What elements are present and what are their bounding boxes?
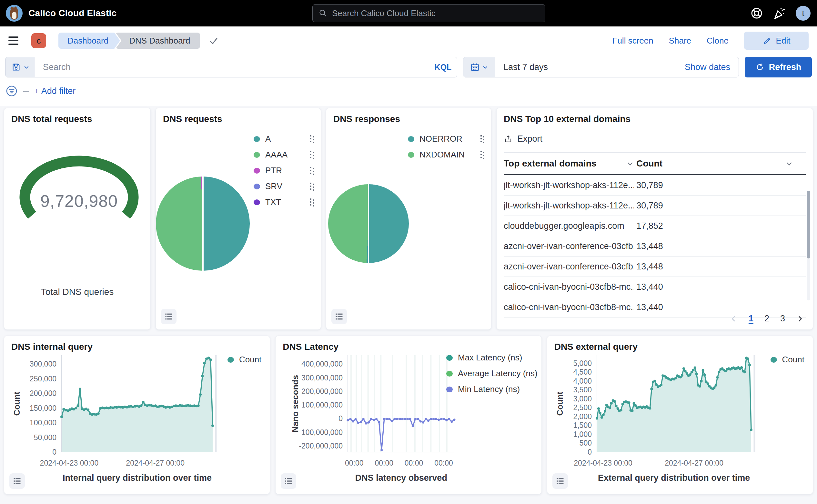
legend-item[interactable]: A (254, 134, 315, 144)
panel-title: DNS total requests (11, 114, 143, 124)
chevron-down-icon[interactable] (786, 160, 793, 167)
share-link[interactable]: Share (669, 36, 691, 46)
list-icon (284, 477, 293, 486)
svg-text:Count: Count (12, 391, 22, 416)
external-query-chart[interactable]: 5,0004,5004,0003,5003,0002,5002,0001,500… (549, 351, 811, 473)
table-row[interactable]: azcni-over-ivan-conference-03cfb...13,44… (504, 236, 806, 257)
internal-query-chart[interactable]: 300,000250,000200,000150,000100,00050,00… (6, 351, 267, 473)
full-screen-link[interactable]: Full screen (612, 36, 653, 46)
filter-icon[interactable] (5, 85, 18, 97)
dns-responses-pie-chart[interactable] (328, 184, 409, 263)
dns-requests-pie-chart[interactable] (156, 176, 250, 271)
svg-text:00:00: 00:00 (435, 459, 453, 467)
legend-actions-icon[interactable] (480, 151, 485, 159)
menu-hamburger-icon[interactable] (8, 36, 18, 45)
pencil-icon (762, 36, 772, 45)
table-row[interactable]: calico-cni-ivan-byocni-03cfb8-mc...13,44… (504, 277, 806, 297)
page-2[interactable]: 2 (764, 314, 769, 324)
legend-item[interactable]: SRV (254, 181, 315, 191)
whats-new-party-popper-icon[interactable] (772, 6, 787, 20)
legend-toggle-button[interactable] (552, 473, 568, 489)
search-icon (318, 9, 328, 18)
legend-label: Max Latency (ns) (458, 353, 538, 363)
legend-item[interactable]: Min Latency (ns) (446, 384, 538, 394)
space-initial: c (37, 36, 41, 45)
svg-text:3,500: 3,500 (573, 386, 592, 394)
help-life-ring-icon[interactable] (750, 6, 763, 20)
svg-text:250,000: 250,000 (30, 375, 56, 383)
legend-item[interactable]: Count (227, 355, 261, 365)
legend-item[interactable]: Count (771, 355, 804, 365)
gauge-chart[interactable]: 9,720,980 (11, 136, 147, 233)
pie-zone (326, 144, 410, 304)
app-logo[interactable] (6, 5, 23, 22)
legend-item[interactable]: Max Latency (ns) (446, 353, 538, 363)
table-row[interactable]: jlt-worksh-jlt-workshop-aks-112e...30,78… (504, 175, 806, 196)
column-header-domains[interactable]: Top external domains (504, 158, 596, 169)
legend: Count (771, 355, 804, 365)
legend-toggle-button[interactable] (281, 473, 296, 489)
scrollbar-thumb[interactable] (807, 191, 810, 258)
pagination-prev-icon[interactable] (730, 315, 738, 323)
legend-actions-icon[interactable] (310, 151, 315, 159)
legend-actions-icon[interactable] (310, 135, 315, 143)
table-row[interactable]: jlt-worksh-jlt-workshop-aks-112e...30,78… (504, 196, 806, 216)
legend-toggle-button[interactable] (331, 309, 347, 324)
kql-syntax-button[interactable]: KQL (429, 57, 457, 77)
legend-item[interactable]: TXT (254, 197, 315, 207)
legend-toggle-button[interactable] (9, 473, 25, 489)
legend-label: SRV (265, 181, 305, 191)
count-cell: 30,789 (634, 180, 793, 190)
panel-dns-responses: DNS responses NOERRORNXDOMAIN (326, 108, 491, 330)
add-filter-button[interactable]: + Add filter (34, 86, 76, 96)
list-icon (335, 312, 344, 321)
legend-item[interactable]: NXDOMAIN (408, 150, 485, 160)
time-range-value[interactable]: Last 7 days (495, 57, 685, 77)
legend-actions-icon[interactable] (310, 198, 315, 207)
edit-button[interactable]: Edit (744, 32, 809, 50)
date-quick-menu-button[interactable] (463, 57, 495, 77)
show-dates-link[interactable]: Show dates (685, 57, 739, 77)
export-button[interactable]: Export (504, 134, 542, 144)
saved-query-menu-button[interactable] (5, 57, 35, 77)
svg-text:500: 500 (579, 439, 591, 447)
query-search-input[interactable] (35, 57, 429, 77)
legend: Count (227, 355, 261, 365)
breadcrumb-dashboard[interactable]: Dashboard (58, 33, 120, 49)
clone-link[interactable]: Clone (707, 36, 729, 46)
svg-text:5,000: 5,000 (573, 359, 592, 368)
breadcrumb-dns-dashboard[interactable]: DNS Dashboard (116, 33, 200, 49)
space-tile[interactable]: c (31, 33, 46, 48)
legend-item[interactable]: Average Latency (ns) (446, 368, 538, 378)
legend-item[interactable]: PTR (254, 166, 315, 176)
legend: Max Latency (ns)Average Latency (ns)Min … (446, 353, 538, 394)
legend-toggle-button[interactable] (161, 309, 177, 324)
navbar: c Dashboard DNS Dashboard Full screen Sh… (0, 26, 817, 55)
table-row[interactable]: clouddebugger.googleapis.com17,852 (504, 216, 806, 236)
query-bar: KQL Last 7 days Show dates Refresh (0, 55, 817, 77)
gauge-caption: Total DNS queries (4, 287, 150, 297)
table-row[interactable]: azcni-over-ivan-conference-03cfb...13,44… (504, 257, 806, 277)
legend-actions-icon[interactable] (480, 135, 485, 143)
user-avatar[interactable]: t (796, 6, 811, 21)
count-cell: 30,789 (634, 201, 793, 211)
legend-actions-icon[interactable] (310, 182, 315, 191)
legend-item[interactable]: NOERROR (408, 134, 485, 144)
global-search[interactable] (312, 4, 545, 22)
page-1[interactable]: 1 (749, 314, 753, 324)
chevron-down-icon[interactable] (627, 160, 634, 167)
panel-title: DNS requests (163, 114, 314, 124)
svg-text:150,000: 150,000 (30, 404, 56, 412)
pagination-next-icon[interactable] (796, 315, 804, 323)
domain-cell: azcni-over-ivan-conference-03cfb... (504, 241, 634, 251)
column-header-count[interactable]: Count (636, 158, 662, 169)
global-search-input[interactable] (332, 8, 539, 18)
page-3[interactable]: 3 (780, 314, 785, 324)
refresh-button[interactable]: Refresh (745, 57, 812, 77)
panel-top-external-domains: DNS Top 10 external domains Export Top e… (496, 108, 813, 330)
legend-item[interactable]: AAAA (254, 150, 315, 160)
legend-actions-icon[interactable] (310, 166, 315, 175)
pie-zone (156, 144, 250, 304)
legend-dot-icon (227, 357, 234, 363)
legend-dot-icon (446, 371, 453, 377)
